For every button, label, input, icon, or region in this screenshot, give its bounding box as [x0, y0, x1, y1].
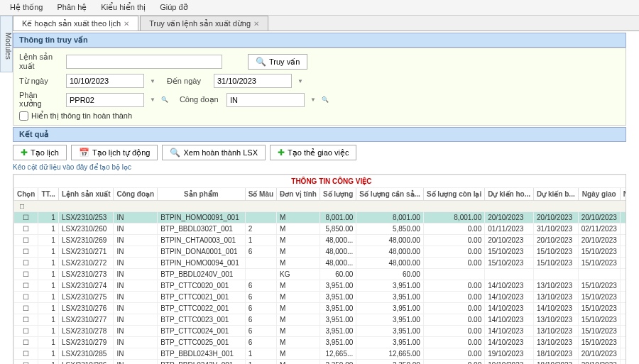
- column-header[interactable]: Công đoạn: [114, 188, 158, 201]
- table-row[interactable]: ☐1LSX/2310/253INBTPIN_HOMO0091_001M8,001…: [14, 212, 627, 224]
- table-row[interactable]: ☐1LSX/2310/275INBTP_CTTC0021_0016M3,951.…: [14, 292, 627, 303]
- table-row[interactable]: ☐1LSX/2310/273INBTP_BBDL0240V_001KG60.00…: [14, 269, 627, 280]
- workshop-input[interactable]: [66, 93, 144, 107]
- search-icon: 🔍: [256, 57, 266, 67]
- table-row[interactable]: ☐1LSX/2310/277INBTP_CTTC0023_0016M3,951.…: [14, 314, 627, 326]
- column-header[interactable]: Số Màu: [245, 188, 276, 201]
- menu-display[interactable]: Kiểu hiển thị: [94, 3, 153, 12]
- lsx-input[interactable]: [66, 55, 222, 69]
- toolbar: ✚Tạo lịch 📅Tạo lịch tự động 🔍Xem hoàn th…: [13, 145, 626, 160]
- column-header[interactable]: TT...: [38, 188, 58, 201]
- calendar-icon: 📅: [79, 148, 89, 158]
- row-checkbox[interactable]: ☐: [14, 269, 38, 280]
- row-checkbox[interactable]: ☐: [14, 337, 38, 348]
- create-jobcard-button[interactable]: ✚Tạo thẻ giao việc: [270, 145, 356, 160]
- dropdown-icon[interactable]: ▼: [150, 96, 155, 103]
- column-header[interactable]: Số lượng cần sả...: [356, 188, 424, 201]
- column-header[interactable]: Ngày...: [620, 188, 626, 201]
- filter-row-bar[interactable]: □: [14, 201, 627, 212]
- menu-help[interactable]: Giúp đỡ: [153, 3, 195, 12]
- dropdown-icon[interactable]: ▼: [297, 78, 303, 84]
- from-date-input[interactable]: [66, 74, 144, 88]
- row-checkbox[interactable]: ☐: [14, 224, 38, 235]
- table-row[interactable]: ☐1LSX/2310/276INBTP_CTTC0022_0016M3,951.…: [14, 303, 627, 314]
- row-checkbox[interactable]: ☐: [14, 326, 38, 337]
- row-checkbox[interactable]: ☐: [14, 235, 38, 246]
- column-header[interactable]: Sản phẩm: [158, 188, 246, 201]
- row-checkbox[interactable]: ☐: [14, 360, 38, 365]
- result-section-header: Kết quả: [13, 127, 626, 142]
- button-label: Xem hoàn thành LSX: [183, 148, 258, 157]
- from-label: Từ ngày: [19, 77, 62, 86]
- stage-label: Công đoạn: [180, 95, 222, 104]
- menubar: Hệ thống Phân hệ Kiểu hiển thị Giúp đỡ: [0, 0, 639, 16]
- plus-icon: ✚: [278, 148, 285, 158]
- menu-module[interactable]: Phân hệ: [50, 3, 94, 12]
- column-header[interactable]: Chọn: [14, 188, 38, 201]
- show-done-checkbox[interactable]: [19, 111, 28, 121]
- to-label: Đến ngày: [167, 77, 209, 86]
- tabstrip: Kế hoạch sản xuất theo lịch✕ Truy vấn lệ…: [13, 16, 639, 31]
- row-checkbox[interactable]: ☐: [14, 212, 38, 224]
- column-header[interactable]: Số lượng: [320, 188, 356, 201]
- row-checkbox[interactable]: ☐: [14, 246, 38, 258]
- row-checkbox[interactable]: ☐: [14, 303, 38, 314]
- search-icon: 🔍: [170, 148, 180, 158]
- create-schedule-button[interactable]: ✚Tạo lịch: [13, 145, 67, 160]
- view-done-button[interactable]: 🔍Xem hoàn thành LSX: [162, 145, 266, 160]
- column-header[interactable]: Đơn vị tính: [277, 188, 320, 201]
- search-icon[interactable]: 🔍: [161, 96, 168, 103]
- query-section-header: Thông tin truy vấn: [13, 33, 626, 48]
- row-checkbox[interactable]: ☐: [14, 258, 38, 269]
- filter-panel: Lệnh sản xuất 🔍Truy vấn Từ ngày ▼ Đến ng…: [13, 48, 626, 126]
- column-header[interactable]: Lệnh sản xuất: [58, 188, 114, 201]
- table-row[interactable]: ☐1LSX/2310/271INBTPIN_DONA0001_0016M48,0…: [14, 246, 627, 258]
- table-row[interactable]: ☐1LSX/2310/274INBTP_CTTC0020_0016M3,951.…: [14, 280, 627, 292]
- workshop-label: Phân xưởng: [19, 91, 62, 109]
- table-row[interactable]: ☐1LSX/2310/286INBTP_BBDL0242V_0011M2,350…: [14, 360, 627, 365]
- tab-stopped[interactable]: Truy vấn lệnh sản xuất dừng✕: [140, 16, 268, 31]
- row-checkbox[interactable]: ☐: [14, 280, 38, 292]
- stage-input[interactable]: [226, 93, 305, 107]
- table-row[interactable]: ☐1LSX/2310/272INBTPIN_HOMO0094_001M48,00…: [14, 258, 627, 269]
- group-hint: Kéo cột dữ liệu vào đây để tạo bộ lọc: [13, 163, 626, 171]
- tab-label: Kế hoạch sản xuất theo lịch: [22, 19, 121, 28]
- show-done-label: Hiển thị thông tin hoàn thành: [31, 111, 132, 121]
- column-header[interactable]: Dự kiến b...: [534, 188, 579, 201]
- search-icon[interactable]: 🔍: [322, 96, 329, 103]
- table-row[interactable]: ☐1LSX/2310/260INBTP_BBDL0302T_0012M5,850…: [14, 224, 627, 235]
- super-header-job: THÔNG TIN CÔNG VIỆC: [14, 175, 627, 188]
- tab-label: Truy vấn lệnh sản xuất dừng: [149, 19, 251, 28]
- auto-schedule-button[interactable]: 📅Tạo lịch tự động: [71, 145, 158, 160]
- column-header[interactable]: Số lượng còn lại: [423, 188, 484, 201]
- close-icon[interactable]: ✕: [253, 20, 259, 28]
- button-label: Tạo thẻ giao việc: [288, 148, 349, 158]
- column-header[interactable]: Ngày giao: [578, 188, 620, 201]
- dropdown-icon[interactable]: ▼: [150, 78, 155, 84]
- grid-wrap[interactable]: THÔNG TIN CÔNG VIỆC THÔNG TIN NGUỒN LỰC …: [13, 174, 626, 364]
- modules-side-tab[interactable]: Modules: [0, 16, 13, 72]
- row-checkbox[interactable]: ☐: [14, 292, 38, 303]
- lsx-label: Lệnh sản xuất: [19, 53, 62, 71]
- dropdown-icon[interactable]: ▼: [310, 96, 316, 103]
- row-checkbox[interactable]: ☐: [14, 314, 38, 326]
- button-label: Truy vấn: [269, 57, 300, 67]
- table-row[interactable]: ☐1LSX/2310/278INBTP_CTTC0024_0016M3,951.…: [14, 326, 627, 337]
- plus-icon: ✚: [21, 148, 28, 158]
- results-grid: THÔNG TIN CÔNG VIỆC THÔNG TIN NGUỒN LỰC …: [13, 175, 626, 364]
- column-header[interactable]: Dự kiến ho...: [485, 188, 534, 201]
- table-row[interactable]: ☐1LSX/2310/279INBTP_CTTC0025_0016M3,951.…: [14, 337, 627, 348]
- close-icon[interactable]: ✕: [124, 20, 129, 28]
- row-checkbox[interactable]: ☐: [14, 348, 38, 360]
- menu-system[interactable]: Hệ thống: [3, 3, 50, 12]
- query-button[interactable]: 🔍Truy vấn: [248, 54, 307, 70]
- button-label: Tạo lịch: [31, 148, 59, 158]
- tab-schedule[interactable]: Kế hoạch sản xuất theo lịch✕: [13, 16, 138, 31]
- table-row[interactable]: ☐1LSX/2310/285INBTP_BBDL0243H_0011M12,66…: [14, 348, 627, 360]
- table-row[interactable]: ☐1LSX/2310/269INBTPIN_CHTA0003_0011M48,0…: [14, 235, 627, 246]
- to-date-input[interactable]: [214, 74, 292, 88]
- button-label: Tạo lịch tự động: [92, 148, 150, 158]
